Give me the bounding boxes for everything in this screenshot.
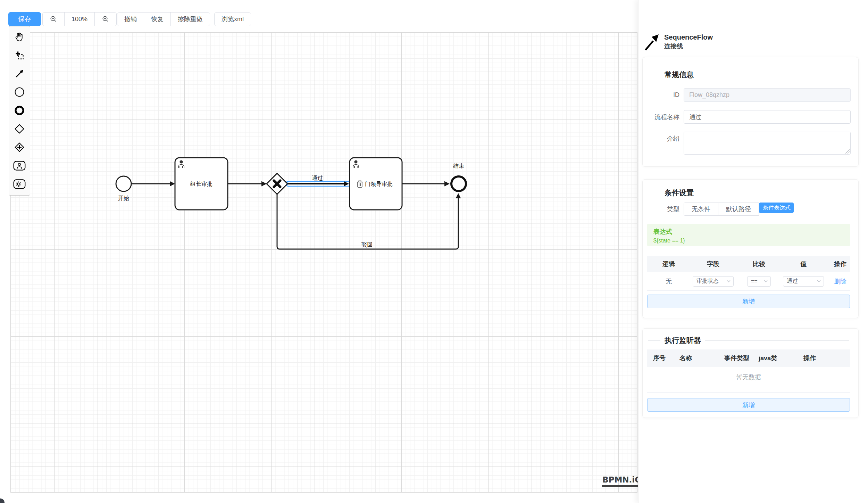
name-label: 流程名称 bbox=[643, 113, 679, 121]
create-gateway[interactable] bbox=[13, 123, 26, 135]
expression-preview: 表达式 ${state == 1} bbox=[647, 224, 850, 246]
hand-tool[interactable] bbox=[13, 31, 26, 43]
hand-tool-icon bbox=[14, 32, 25, 42]
start-event[interactable] bbox=[116, 176, 131, 191]
view-xml-button[interactable]: 浏览xml bbox=[215, 13, 251, 26]
expression-value: ${state == 1} bbox=[653, 238, 844, 244]
sequence-flow-icon bbox=[643, 33, 659, 51]
exclusive-gateway[interactable] bbox=[267, 173, 287, 194]
desc-row: 介绍 bbox=[643, 132, 858, 155]
edit-controls: 撤销 恢复 擦除重做 bbox=[117, 12, 210, 26]
id-row: ID bbox=[643, 88, 858, 102]
undo-button[interactable]: 撤销 bbox=[117, 13, 144, 26]
flow-task2-to-end[interactable] bbox=[402, 181, 450, 187]
condition-row: 无 审批状态 == 通过 bbox=[647, 272, 850, 291]
condition-title-row: 条件设置 bbox=[648, 188, 849, 198]
bpmn-diagram: 驳回 通过 开始 bbox=[11, 32, 638, 493]
add-condition-button[interactable]: 新增 bbox=[647, 295, 850, 308]
resize-handle[interactable] bbox=[845, 149, 850, 154]
option-no-condition[interactable]: 无条件 bbox=[684, 203, 718, 216]
flow-task1-to-gateway[interactable] bbox=[228, 181, 267, 187]
gateway-plus-icon bbox=[14, 142, 25, 153]
create-gateway-plus[interactable] bbox=[13, 141, 26, 154]
listeners-title: 执行监听器 bbox=[665, 336, 701, 345]
create-service-task[interactable] bbox=[13, 178, 26, 190]
condition-table-header: 逻辑 字段 比较 值 操作 bbox=[647, 256, 850, 272]
flow-start-to-task1[interactable] bbox=[132, 181, 175, 187]
erase-redo-button[interactable]: 擦除重做 bbox=[171, 13, 210, 26]
condition-type-label: 类型 bbox=[643, 205, 679, 213]
xml-controls: 浏览xml bbox=[214, 12, 251, 26]
header-index: 序号 bbox=[653, 354, 666, 362]
desc-label: 介绍 bbox=[643, 134, 679, 143]
lasso-tool[interactable] bbox=[13, 49, 26, 61]
header-action: 操作 bbox=[834, 260, 846, 268]
bpmn-canvas[interactable]: 驳回 通过 开始 bbox=[10, 32, 637, 493]
create-end-event[interactable] bbox=[13, 104, 26, 117]
field-select[interactable]: 审批状态 bbox=[693, 276, 734, 287]
desc-textarea[interactable] bbox=[684, 132, 851, 155]
zoom-controls: 100% bbox=[42, 12, 117, 26]
general-info-title: 常规信息 bbox=[665, 70, 694, 80]
chevron-down-icon bbox=[817, 280, 821, 282]
element-type-subtitle: 连接线 bbox=[664, 42, 713, 51]
name-input[interactable] bbox=[684, 110, 851, 124]
empty-placeholder: 暂无数据 bbox=[647, 373, 850, 381]
listeners-table-header: 序号 名称 事件类型 java类 操作 bbox=[647, 349, 850, 367]
condition-type-group: 无条件 默认路径 条件表达式 bbox=[684, 203, 794, 216]
value-select[interactable]: 通过 bbox=[783, 276, 824, 287]
task-zuzhang-label: 组长审批 bbox=[190, 181, 212, 187]
name-row: 流程名称 bbox=[643, 110, 858, 124]
condition-type-row: 类型 无条件 默认路径 条件表达式 bbox=[643, 203, 858, 216]
header-compare: 比较 bbox=[753, 260, 765, 268]
save-button[interactable]: 保存 bbox=[8, 12, 41, 26]
expression-title: 表达式 bbox=[653, 228, 844, 236]
condition-card: 条件设置 类型 无条件 默认路径 条件表达式 表达式 ${state == 1}… bbox=[642, 179, 859, 318]
flow-pass-selected[interactable] bbox=[285, 181, 352, 186]
divider bbox=[647, 392, 850, 393]
header-logic: 逻辑 bbox=[662, 260, 675, 268]
end-event[interactable] bbox=[451, 176, 466, 191]
element-type-title: SequenceFlow bbox=[664, 33, 713, 42]
corner-decoration bbox=[0, 498, 5, 503]
bpmn-designer: 保存 100% 撤销 恢复 擦除重做 浏览xml × bbox=[0, 0, 868, 503]
connect-tool[interactable] bbox=[13, 67, 26, 80]
condition-title: 条件设置 bbox=[665, 188, 694, 198]
option-default-path[interactable]: 默认路径 bbox=[718, 203, 759, 216]
zoom-out-icon bbox=[50, 15, 57, 23]
service-task-icon bbox=[13, 179, 26, 189]
create-start-event[interactable] bbox=[13, 86, 26, 98]
header-value: 值 bbox=[800, 260, 807, 268]
gateway-icon bbox=[14, 123, 25, 134]
palette bbox=[9, 26, 30, 196]
zoom-in-icon bbox=[102, 15, 109, 23]
task-lingdao-label: 门领导审批 bbox=[365, 181, 393, 187]
user-task-icon bbox=[13, 160, 26, 171]
connect-tool-icon bbox=[14, 68, 25, 79]
listeners-title-row: 执行监听器 bbox=[648, 336, 849, 345]
general-info-card: 常规信息 ID 流程名称 介绍 bbox=[642, 57, 859, 167]
add-listener-button[interactable]: 新增 bbox=[647, 398, 850, 412]
task-zuzhang[interactable]: 组长审批 bbox=[175, 158, 228, 210]
listeners-card: 执行监听器 序号 名称 事件类型 java类 操作 暂无数据 新增 bbox=[642, 328, 859, 418]
option-expression[interactable]: 条件表达式 bbox=[759, 203, 794, 213]
chevron-down-icon bbox=[727, 280, 731, 282]
start-event-icon bbox=[14, 86, 25, 98]
header-action: 操作 bbox=[803, 354, 816, 362]
zoom-in-button[interactable] bbox=[95, 13, 116, 26]
compare-select[interactable]: == bbox=[747, 276, 771, 287]
chevron-down-icon bbox=[764, 280, 768, 282]
zoom-out-button[interactable] bbox=[43, 13, 65, 26]
start-event-label: 开始 bbox=[118, 195, 129, 201]
zoom-level[interactable]: 100% bbox=[65, 13, 95, 26]
delete-row-link[interactable]: 删除 bbox=[834, 277, 846, 286]
id-input[interactable] bbox=[684, 88, 851, 102]
end-event-icon bbox=[14, 105, 25, 116]
bpmn-io-logo[interactable]: BPMN.iO bbox=[602, 475, 642, 487]
flow-pass-label: 通过 bbox=[312, 175, 323, 181]
id-label: ID bbox=[643, 91, 679, 99]
create-user-task[interactable] bbox=[13, 159, 26, 172]
general-info-title-row: 常规信息 bbox=[648, 70, 849, 80]
redo-button[interactable]: 恢复 bbox=[144, 13, 171, 26]
row-logic: 无 bbox=[666, 277, 672, 286]
